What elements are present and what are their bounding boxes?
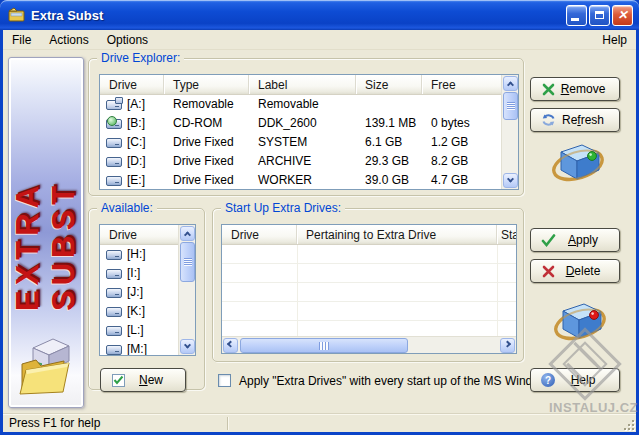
scrollbar-thumb[interactable] — [240, 338, 408, 353]
fixed-drive-icon — [106, 250, 122, 260]
scrollbar-thumb[interactable] — [180, 242, 195, 282]
new-button-label: New — [126, 373, 176, 387]
maximize-icon — [595, 11, 604, 19]
chevron-down-icon — [507, 176, 514, 183]
startup-apply-checkbox[interactable] — [218, 374, 231, 387]
scroll-down-button[interactable] — [180, 339, 195, 354]
menu-help[interactable]: Help — [593, 31, 629, 49]
delete-x-icon — [540, 263, 556, 279]
drive-letter: [K:] — [127, 302, 145, 321]
minimize-button[interactable] — [566, 5, 587, 26]
menu-options[interactable]: Options — [98, 31, 157, 49]
drive-letter: [B:] — [127, 114, 145, 133]
fixed-drive-icon — [106, 345, 122, 355]
resize-grip[interactable] — [620, 416, 635, 431]
fixed-drive-icon — [106, 326, 122, 336]
table-row[interactable]: [E:] Drive Fixed WORKER 39.0 GB 4.7 GB — [100, 171, 518, 190]
app-banner: EXTRA SUBST — [8, 57, 84, 408]
table-row[interactable]: [B:] CD-ROM DDK_2600 139.1 MB 0 bytes — [100, 114, 518, 133]
refresh-button[interactable]: Refresh — [530, 108, 620, 132]
subst-drive-green-dot-icon — [550, 138, 608, 193]
maximize-button[interactable] — [589, 5, 610, 26]
drive-letter: [A:] — [127, 95, 145, 114]
minimize-icon — [571, 18, 579, 21]
remove-button-label: Remove — [556, 82, 610, 96]
drive-letter: [M:] — [127, 340, 147, 356]
window-title: Extra Subst — [31, 8, 566, 23]
drive-letter: [D:] — [127, 152, 146, 171]
apply-check-icon — [540, 232, 556, 248]
table-row[interactable]: [A:] Removable Removable — [100, 95, 518, 114]
vertical-scrollbar[interactable] — [501, 75, 518, 189]
drive-explorer-label: Drive Explorer: — [97, 51, 184, 65]
drive-label: Removable — [249, 95, 356, 114]
table-row[interactable]: [C:] Drive Fixed SYSTEM 6.1 GB 1.2 GB — [100, 133, 518, 152]
drive-label: DDK_2600 — [249, 114, 356, 133]
statusbar: Press F1 for help — [3, 413, 636, 432]
refresh-arrows-icon — [540, 112, 556, 128]
column-header-status[interactable]: Sta — [497, 225, 516, 244]
available-list[interactable]: Drive [H:] [I:] [J:] [K:] [L:] [M:] — [99, 224, 196, 356]
help-button[interactable]: ? Help — [530, 368, 620, 392]
menubar: File Actions Options Help — [3, 30, 636, 50]
scroll-right-button[interactable] — [500, 338, 515, 353]
drive-letter: [L:] — [127, 321, 144, 340]
column-header-pertaining[interactable]: Pertaining to Extra Drive — [297, 225, 497, 244]
startup-apply-checkbox-label: Apply "Extra Drives" with every start up… — [239, 374, 554, 388]
horizontal-scrollbar[interactable] — [222, 336, 516, 353]
fixed-drive-icon — [106, 288, 122, 298]
drive-label: WORKER — [249, 171, 356, 190]
drive-letter: [E:] — [127, 171, 145, 190]
drive-free: 1.2 GB — [422, 133, 503, 152]
menu-file[interactable]: File — [10, 31, 40, 49]
drive-size: 6.1 GB — [356, 133, 422, 152]
startup-table-body — [222, 245, 516, 336]
drive-label: ARCHIVE — [249, 152, 356, 171]
drive-size: 139.1 MB — [356, 114, 422, 133]
titlebar[interactable]: Extra Subst ✕ — [0, 0, 639, 30]
scrollbar-thumb[interactable] — [503, 92, 518, 120]
fixed-drive-icon — [106, 269, 122, 279]
scroll-left-button[interactable] — [223, 338, 238, 353]
drive-size: 39.0 GB — [356, 171, 422, 190]
drive-type: Drive Fixed — [164, 171, 249, 190]
delete-button-label: Delete — [556, 264, 610, 278]
column-header-size[interactable]: Size — [356, 75, 422, 94]
chevron-up-icon — [184, 231, 191, 238]
fixed-drive-icon — [106, 157, 122, 167]
drive-explorer-table[interactable]: Drive Type Label Size Free [A:] Removabl… — [99, 74, 519, 190]
drive-type: Drive Fixed — [164, 133, 249, 152]
scroll-down-button[interactable] — [503, 173, 518, 188]
column-header-drive[interactable]: Drive — [100, 75, 164, 94]
drive-free: 4.7 GB — [422, 171, 503, 190]
apply-button[interactable]: Apply — [530, 228, 620, 252]
drive-type: Drive Fixed — [164, 152, 249, 171]
close-icon: ✕ — [617, 9, 627, 21]
fixed-drive-icon — [106, 307, 122, 317]
startup-drives-table[interactable]: Drive Pertaining to Extra Drive Sta — [221, 224, 517, 354]
delete-button[interactable]: Delete — [530, 259, 620, 283]
thumb-grip — [507, 102, 515, 110]
drive-size — [356, 95, 422, 114]
column-header-free[interactable]: Free — [422, 75, 503, 94]
table-row[interactable]: [D:] Drive Fixed ARCHIVE 29.3 GB 8.2 GB — [100, 152, 518, 171]
new-button[interactable]: New — [100, 368, 186, 392]
column-header-type[interactable]: Type — [164, 75, 249, 94]
column-header-drive[interactable]: Drive — [222, 225, 297, 244]
scroll-up-button[interactable] — [503, 76, 518, 91]
banner-title: EXTRA SUBST — [10, 68, 82, 311]
status-text: Press F1 for help — [9, 416, 100, 430]
drive-letter: [J:] — [127, 283, 143, 302]
chevron-down-icon — [184, 342, 191, 349]
menu-actions[interactable]: Actions — [40, 31, 97, 49]
app-folder-icon — [8, 7, 26, 23]
vertical-scrollbar[interactable] — [178, 225, 195, 355]
column-header-label[interactable]: Label — [249, 75, 356, 94]
close-button[interactable]: ✕ — [612, 5, 633, 26]
chevron-right-icon — [504, 341, 511, 348]
remove-button[interactable]: Remove — [530, 77, 620, 101]
startup-drives-group: Start Up Extra Drives: Drive Pertaining … — [212, 208, 524, 362]
scroll-up-button[interactable] — [180, 226, 195, 241]
column-header-drive[interactable]: Drive — [100, 225, 178, 244]
drive-explorer-header: Drive Type Label Size Free — [100, 75, 518, 95]
